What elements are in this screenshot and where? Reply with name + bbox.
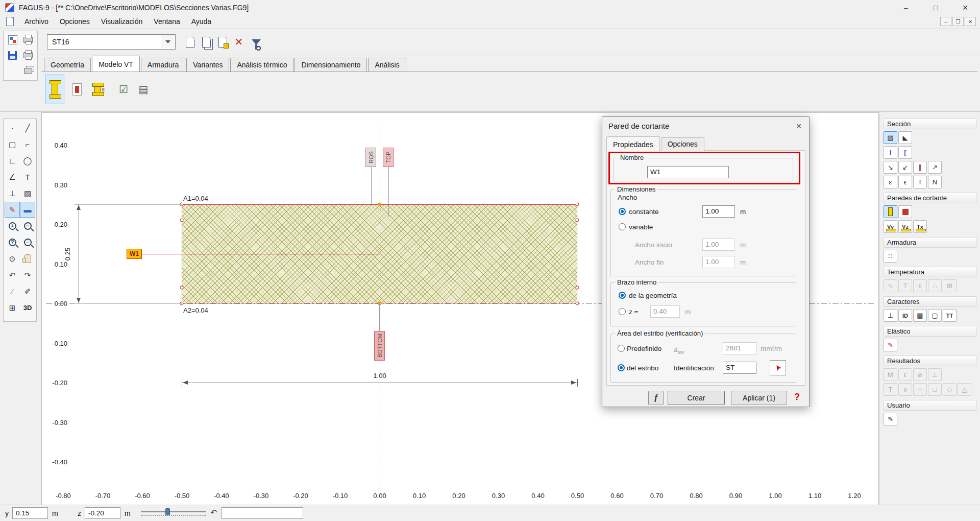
char-id-tool[interactable]: ID	[898, 309, 912, 322]
polygon-tool[interactable]: ∟	[5, 153, 20, 169]
batch-print-button[interactable]	[20, 63, 35, 78]
pan-tool[interactable]	[20, 251, 35, 267]
report-button[interactable]: ▤	[134, 75, 153, 104]
section-normal-tool[interactable]: N	[928, 176, 942, 188]
result-tool-8[interactable]: □	[928, 383, 942, 396]
result-tool-10[interactable]: △	[958, 383, 971, 396]
tab-dimensionamiento[interactable]: Dimensionamiento	[295, 58, 367, 72]
result-tool-3[interactable]: ⌀	[913, 368, 927, 381]
result-tool-2[interactable]: ε	[898, 368, 912, 381]
section-move-tool[interactable]: ↗	[928, 161, 942, 174]
tab-analisis[interactable]: Análisis	[368, 58, 406, 72]
ancho-inicio-input[interactable]: 1.00	[702, 239, 735, 251]
del-estribo-radio[interactable]	[618, 364, 625, 371]
zoom-in-tool[interactable]: +	[5, 218, 20, 234]
predefinido-radio[interactable]	[618, 345, 625, 352]
shear-wall-tool-button[interactable]	[45, 75, 64, 104]
angle-tool[interactable]: ∠	[5, 169, 20, 185]
edit-section-button[interactable]	[214, 34, 231, 50]
tab-variantes[interactable]: Variantes	[186, 58, 229, 72]
rebar-layer-node[interactable]	[180, 219, 184, 222]
pick-stirrup-button[interactable]: ➤	[770, 360, 786, 375]
constante-input[interactable]: 1.00	[702, 205, 735, 218]
save-button[interactable]	[5, 48, 20, 62]
dialog-tab-opciones[interactable]: Opciones	[661, 137, 704, 151]
section-strain2-tool[interactable]: ϵ	[898, 176, 912, 188]
rebar-layer-node[interactable]	[576, 219, 579, 222]
temp-tool-2[interactable]: T	[898, 279, 912, 292]
z-input[interactable]: 0.40	[650, 305, 680, 318]
zoom-window-tool[interactable]: ?	[5, 234, 20, 250]
wall-region-tool[interactable]	[898, 205, 912, 218]
section-import-tool[interactable]: ↘	[884, 161, 897, 174]
print-settings-button[interactable]	[20, 48, 35, 62]
geometria-radio[interactable]	[619, 292, 626, 299]
wall-vy-tool[interactable]: Vy	[884, 220, 897, 233]
predefinido-label[interactable]: Predefinido	[627, 345, 662, 352]
section-stress-tool[interactable]: f	[913, 176, 927, 188]
minimize-button[interactable]: –	[891, 0, 921, 15]
point-tool[interactable]: ∙	[5, 120, 20, 136]
snap-tool[interactable]: ⊥	[5, 185, 20, 201]
grid-tool[interactable]: ⊞	[5, 300, 20, 316]
mdi-close-button[interactable]: ✕	[965, 17, 976, 26]
combo-dropdown-icon[interactable]	[161, 35, 175, 49]
undo-tool[interactable]: ↶	[5, 267, 20, 283]
delete-section-button[interactable]: ✕	[231, 34, 247, 50]
print-preview-button[interactable]	[5, 33, 20, 47]
char-dim-tool[interactable]: ⊥	[884, 309, 897, 322]
pencil-tool[interactable]: ✎	[5, 202, 20, 218]
rebar-layer-node[interactable]	[180, 286, 184, 290]
menu-visualizacion[interactable]: Visualización	[95, 15, 148, 28]
identificacion-input[interactable]: ST	[723, 362, 756, 374]
ancho-fin-input[interactable]: 1.00	[702, 256, 735, 268]
temp-tool-4[interactable]: ∴	[928, 279, 942, 292]
section-export-tool[interactable]: ↙	[898, 161, 912, 174]
zoom-previous-tool[interactable]: ⊙	[5, 251, 20, 267]
rectangle-tool[interactable]: ▢	[5, 136, 20, 152]
temp-tool-1[interactable]: ∿	[884, 279, 897, 292]
top-tag[interactable]: TOP	[383, 148, 394, 167]
asw-input[interactable]: 2681	[723, 342, 756, 354]
constante-radio[interactable]	[619, 208, 626, 215]
tab-geometria[interactable]: Geometría	[44, 58, 91, 72]
wall-tx-tool[interactable]: Tx	[913, 220, 927, 233]
dialog-tab-propiedades[interactable]: Propiedades	[606, 136, 660, 151]
char-print-tool[interactable]: ▤	[913, 309, 927, 322]
redo-tool[interactable]: ↷	[20, 267, 35, 283]
section-triangle-tool[interactable]: ◣	[898, 131, 912, 144]
result-tool-5[interactable]: T	[884, 383, 897, 396]
measure-tool[interactable]: ∕	[5, 283, 20, 299]
help-button[interactable]: ?	[794, 392, 800, 402]
copy-section-button[interactable]	[198, 34, 214, 50]
menu-ayuda[interactable]: Ayuda	[186, 15, 217, 28]
corner-node[interactable]	[576, 302, 579, 305]
result-tool-9[interactable]: ◇	[943, 383, 957, 396]
mdi-minimize-button[interactable]: –	[940, 17, 951, 26]
slider-thumb[interactable]	[165, 508, 170, 515]
temp-tool-3[interactable]: ε	[913, 279, 927, 292]
bottom-axis-node[interactable]	[378, 302, 382, 305]
aplicar-button[interactable]: Aplicar (1)	[731, 391, 787, 405]
section-strain1-tool[interactable]: ε	[884, 176, 897, 188]
text-tool[interactable]: T	[20, 169, 35, 185]
variable-radio[interactable]	[619, 223, 626, 230]
bottom-tag[interactable]: BOTTOM	[374, 331, 385, 361]
close-button[interactable]: ✕	[950, 0, 980, 15]
temp-tool-5[interactable]: ⊞	[943, 279, 957, 292]
section-channel-tool[interactable]: [	[898, 146, 912, 159]
geometria-label[interactable]: de la geometría	[629, 292, 677, 299]
section-parallel-tool[interactable]: ∥	[913, 161, 927, 174]
crear-button[interactable]: Crear	[668, 391, 725, 405]
nombre-input[interactable]: W1	[647, 166, 729, 178]
zoom-extents-tool[interactable]: ▫	[20, 234, 35, 250]
wall-vz-tool[interactable]: Vz	[898, 220, 912, 233]
constante-label[interactable]: constante	[629, 208, 659, 216]
tab-modelo-vt[interactable]: Modelo VT	[92, 56, 140, 72]
result-tool-1[interactable]: M	[884, 368, 897, 381]
section-combo[interactable]: ST16	[47, 34, 176, 50]
menu-archivo[interactable]: Archivo	[19, 15, 54, 28]
tab-armadura[interactable]: Armadura	[141, 58, 185, 72]
del-estribo-label[interactable]: del estribo	[627, 364, 658, 372]
corner-node[interactable]	[576, 203, 579, 206]
